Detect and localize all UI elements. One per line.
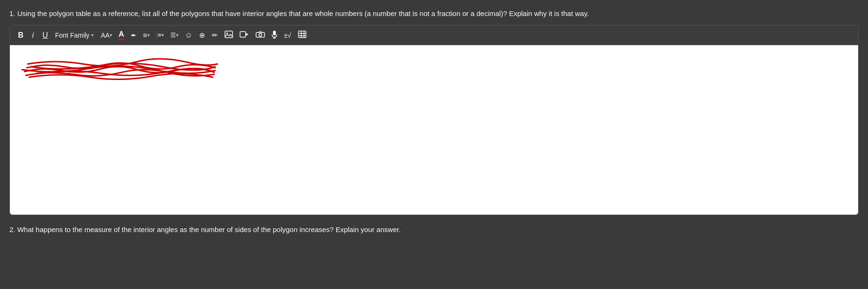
image-icon (225, 31, 233, 40)
scribble-annotation (17, 54, 220, 91)
font-family-button[interactable]: Font Family ▾ (52, 30, 96, 40)
formula-icon: ±√ (284, 32, 291, 39)
italic-button[interactable]: i (28, 30, 38, 41)
align-chevron-icon: ▾ (147, 32, 150, 38)
eraser-icon: ✒ (131, 32, 137, 39)
question-2: 2. What happens to the measure of the in… (9, 225, 859, 234)
svg-point-1 (226, 32, 228, 34)
mic-icon (272, 30, 277, 40)
ordered-list-chevron-icon: ▾ (161, 32, 164, 38)
editor-content[interactable] (10, 45, 858, 215)
bold-label: B (18, 31, 24, 40)
mic-button[interactable] (269, 29, 280, 41)
unordered-list-icon: ☰ (170, 32, 176, 39)
draw-icon: ✏ (212, 31, 218, 40)
emoji-button[interactable]: ☺ (183, 30, 195, 41)
page-container: 1. Using the polygon table as a referenc… (0, 0, 868, 289)
font-size-chevron-icon: ▾ (110, 32, 112, 38)
font-size-label: AA (101, 32, 110, 39)
table-icon (298, 31, 306, 40)
toolbar: B i U Font Family ▾ AA ▾ A (10, 25, 858, 45)
italic-label: i (32, 31, 34, 40)
question-1-text: 1. Using the polygon table as a referenc… (9, 9, 589, 17)
ordered-list-button[interactable]: :≡ ▾ (154, 30, 166, 40)
underline-button[interactable]: U (40, 30, 50, 41)
ordered-list-icon: :≡ (156, 32, 161, 39)
align-icon: ≡ (143, 31, 147, 39)
camera-button[interactable] (253, 30, 267, 40)
camera-icon (256, 31, 265, 39)
video-icon (240, 31, 249, 39)
image-button[interactable] (222, 29, 235, 41)
draw-button[interactable]: ✏ (209, 30, 220, 41)
underline-label: U (42, 31, 48, 40)
font-color-button[interactable]: A (116, 29, 127, 41)
unordered-list-button[interactable]: ☰ ▾ (168, 30, 181, 40)
eraser-button[interactable]: ✒ (129, 30, 139, 40)
svg-point-5 (259, 33, 262, 36)
font-size-button[interactable]: AA ▾ (98, 30, 114, 40)
svg-marker-3 (246, 33, 249, 36)
bold-button[interactable]: B (16, 30, 26, 41)
formula-button[interactable]: ±√ (281, 30, 293, 40)
svg-rect-6 (273, 31, 276, 35)
scribble-svg (17, 54, 220, 91)
emoji-icon: ☺ (185, 31, 193, 40)
link-button[interactable]: ⊕ (197, 30, 208, 41)
svg-rect-0 (225, 31, 233, 38)
unordered-list-chevron-icon: ▾ (176, 32, 178, 38)
video-button[interactable] (237, 30, 251, 40)
table-button[interactable] (296, 29, 309, 41)
question-2-text: 2. What happens to the measure of the in… (9, 225, 401, 233)
font-color-label: A (119, 30, 124, 40)
font-family-label: Font Family (55, 32, 89, 39)
align-button[interactable]: ≡ ▾ (141, 30, 152, 40)
link-icon: ⊕ (199, 31, 205, 40)
svg-rect-9 (298, 31, 306, 38)
font-family-chevron-icon: ▾ (91, 32, 94, 38)
question-1: 1. Using the polygon table as a referenc… (9, 8, 859, 18)
svg-rect-2 (240, 32, 246, 37)
editor-box: B i U Font Family ▾ AA ▾ A (9, 25, 859, 215)
